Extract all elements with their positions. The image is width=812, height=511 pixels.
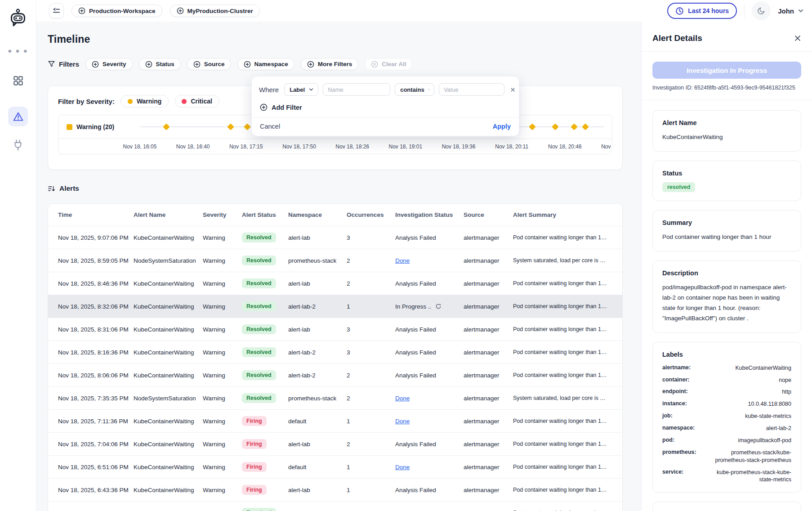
table-row[interactable]: Nov 18, 2025, 8:59:05 PMNodeSystemSatura… [48, 249, 622, 272]
filter-value-input[interactable] [439, 83, 504, 96]
filter-pill-source[interactable]: Source [187, 58, 231, 70]
cell-severity: Warning [203, 234, 242, 241]
plus-circle-icon [145, 61, 152, 68]
table-row[interactable]: Nov 18, 2025, 8:16:36 PMKubeContainerWai… [48, 341, 622, 364]
table-row[interactable]: Nov 18, 2025, 6:19:05 PMNodeSystemSatura… [48, 502, 622, 511]
cell-alert-status: Resolved [242, 508, 288, 511]
investigation-in-progress-button[interactable]: Investigation In Progress [652, 62, 801, 79]
alert-status-badge: Resolved [242, 393, 276, 403]
cell-occurrences: 1 [347, 487, 395, 493]
cell-severity: Warning [203, 464, 242, 471]
table-row[interactable]: Nov 18, 2025, 6:51:06 PMKubeContainerWai… [48, 456, 622, 479]
time-range-button[interactable]: Last 24 hours [667, 3, 737, 19]
cell-occurrences: 2 [347, 441, 395, 448]
table-row[interactable]: Nov 18, 2025, 7:04:06 PMKubeContainerWai… [48, 433, 622, 456]
sidebar-item-integrations[interactable] [8, 135, 28, 155]
cell-alert-name: KubeContainerWaiting [134, 326, 203, 333]
table-row[interactable]: Nov 18, 2025, 9:07:06 PMKubeContainerWai… [48, 226, 622, 249]
filter-pill-namespace[interactable]: Namespace [237, 58, 294, 70]
investigation-done-link[interactable]: Done [395, 257, 410, 264]
cell-investigation-status: Done [395, 395, 464, 402]
investigation-done-link[interactable]: Done [395, 510, 410, 511]
warning-event-marker[interactable] [163, 123, 170, 130]
cell-alert-status: Resolved [242, 233, 288, 242]
table-row[interactable]: Nov 18, 2025, 8:06:06 PMKubeContainerWai… [48, 364, 622, 387]
sidebar-item-dashboard[interactable] [8, 71, 28, 90]
cell-namespace: alert-lab-2 [288, 349, 347, 356]
investigation-done-link[interactable]: Done [395, 418, 410, 425]
close-icon[interactable] [794, 35, 801, 42]
cancel-button[interactable]: Cancel [260, 123, 280, 130]
label-value: imagepullbackoff-pod [708, 437, 791, 444]
cell-alert-summary: Pod container waiting longer than 1 hour [513, 372, 612, 378]
sidebar-toggle-button[interactable] [49, 3, 64, 18]
warning-event-marker[interactable] [582, 123, 589, 130]
cell-alert-summary: Pod container waiting longer than 1 hour [513, 464, 612, 470]
cell-alert-summary: Pod container waiting longer than 1 hour [513, 487, 612, 493]
user-menu[interactable]: John [778, 7, 804, 15]
sidebar-more-icon[interactable]: ● ● ● [8, 47, 28, 54]
breadcrumb-workspace[interactable]: Production-Workspace [71, 4, 162, 17]
table-row[interactable]: Nov 18, 2025, 8:31:06 PMKubeContainerWai… [48, 318, 622, 341]
filter-pill-status[interactable]: Status [139, 58, 181, 70]
filter-name-input[interactable] [323, 83, 390, 96]
popup-close-icon[interactable]: ✕ [510, 86, 516, 93]
axis-tick-label: Nov 18, 19:36 [442, 143, 476, 150]
cell-occurrences: 2 [347, 280, 395, 287]
filter-pill-label: Status [156, 61, 174, 67]
table-row[interactable]: Nov 18, 2025, 6:43:36 PMKubeContainerWai… [48, 479, 622, 502]
label-row: container:nope [662, 377, 791, 384]
alerts-section-title: Alerts [59, 184, 79, 193]
warning-event-marker[interactable] [529, 123, 536, 130]
label-row: service:kube-prometheus-stack-kube-state… [662, 469, 791, 484]
cell-source: alertmanager [464, 257, 513, 264]
user-name: John [778, 7, 794, 15]
summary-value: Pod container waiting longer than 1 hour [662, 232, 791, 242]
warning-event-marker[interactable] [552, 123, 559, 130]
panel-title: Alert Details [652, 33, 702, 43]
breadcrumb-cluster[interactable]: MyProduction-Clustrer [170, 4, 260, 17]
status-label: Status [662, 170, 791, 177]
filter-operator-select[interactable]: contains [395, 83, 434, 96]
clock-icon [675, 7, 684, 15]
warning-event-marker[interactable] [227, 123, 234, 130]
table-row[interactable]: Nov 18, 2025, 8:32:06 PMKubeContainerWai… [48, 295, 622, 318]
severity-toggle-warning[interactable]: Warning [120, 95, 169, 108]
apply-button[interactable]: Apply [493, 123, 511, 130]
filter-field-select[interactable]: Label [284, 83, 318, 96]
investigation-status-text: Analysis Failed [395, 372, 436, 379]
sort-icon[interactable] [48, 185, 55, 193]
investigation-done-link[interactable]: Done [395, 395, 410, 402]
sidebar-item-alerts[interactable] [8, 107, 28, 126]
filter-pill-severity[interactable]: Severity [85, 58, 133, 70]
table-row[interactable]: Nov 18, 2025, 7:11:36 PMKubeContainerWai… [48, 410, 622, 433]
cell-investigation-status: Analysis Failed [395, 280, 464, 287]
plus-circle-icon [260, 103, 268, 111]
severity-toggle-critical[interactable]: Critical [174, 95, 219, 108]
label-key: prometheus: [662, 449, 708, 455]
theme-toggle-button[interactable] [752, 1, 771, 20]
cell-alert-summary: Pod container waiting longer than 1 hour [513, 418, 612, 424]
warning-event-marker[interactable] [244, 123, 251, 130]
cell-namespace: alert-lab-2 [288, 372, 347, 379]
investigation-done-link[interactable]: Done [395, 464, 410, 471]
summary-label: Summary [662, 219, 791, 226]
table-row[interactable]: Nov 18, 2025, 8:46:36 PMKubeContainerWai… [48, 272, 622, 295]
cell-namespace: default [288, 418, 347, 425]
warning-color-swatch [67, 124, 72, 130]
page-title: Timeline [48, 33, 623, 45]
cell-namespace: alert-lab [288, 441, 347, 448]
clear-all-button[interactable]: Clear All [365, 58, 412, 70]
chevron-down-icon [308, 87, 314, 92]
filter-pill-more-filters[interactable]: More Filters [301, 58, 359, 70]
cell-investigation-status: Analysis Failed [395, 349, 464, 356]
warning-event-marker[interactable] [571, 123, 578, 130]
table-row[interactable]: Nov 18, 2025, 7:35:35 PMNodeSystemSatura… [48, 387, 622, 410]
summary-card: Summary Pod container waiting longer tha… [652, 210, 801, 251]
where-label: Where [259, 86, 279, 94]
cell-severity: Warning [203, 257, 242, 264]
cell-namespace: alert-lab [288, 326, 347, 333]
add-filter-button[interactable]: Add Filter [260, 103, 512, 111]
cell-alert-name: NodeSystemSaturation [134, 257, 203, 264]
cell-alert-name: KubeContainerWaiting [134, 441, 203, 448]
